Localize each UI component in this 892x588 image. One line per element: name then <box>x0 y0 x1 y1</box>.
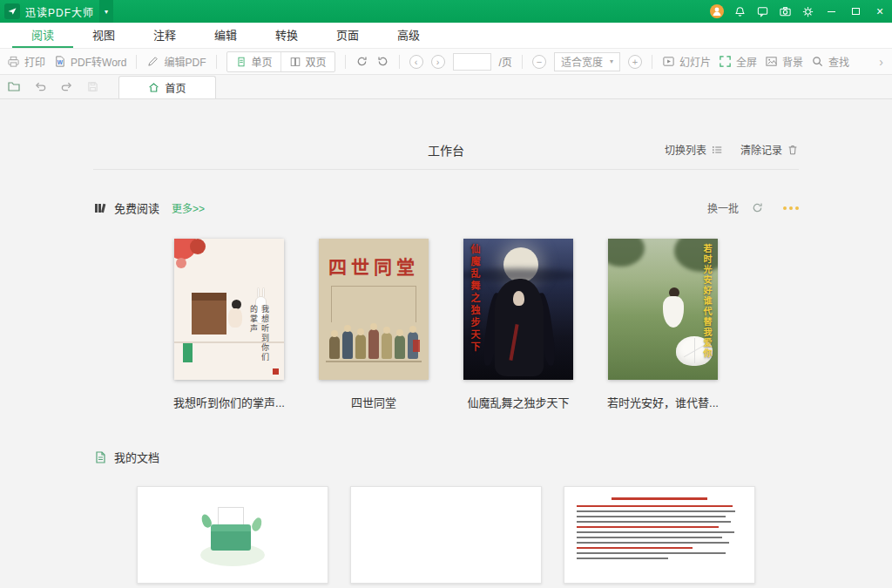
redo-button[interactable] <box>57 80 75 93</box>
print-label: 打印 <box>24 54 45 69</box>
document-thumbnail[interactable] <box>350 486 542 584</box>
home-tab-label: 首页 <box>165 80 186 95</box>
my-documents-list <box>93 486 799 584</box>
background-button[interactable]: 背景 <box>765 54 803 69</box>
clear-records-button[interactable]: 清除记录 <box>740 142 799 157</box>
page-number-input[interactable] <box>453 53 491 71</box>
document-thumbnail[interactable] <box>564 486 755 584</box>
pdf-to-word-button[interactable]: W PDF转Word <box>53 54 126 69</box>
zoom-in-button[interactable]: + <box>628 55 642 69</box>
save-button[interactable] <box>84 80 101 93</box>
cover-art-house <box>331 286 416 322</box>
cover-title-vertical: 我想听到你们的掌声 <box>247 305 270 369</box>
slideshow-button[interactable]: 幻灯片 <box>662 54 711 69</box>
book-cover[interactable]: 四世同堂 <box>319 239 429 380</box>
book-item[interactable]: 若时光安好谁代替我爱你 若时光安好，谁代替... <box>608 239 718 410</box>
cover-art-flower <box>190 239 206 254</box>
free-reading-books: 我想听到你们的掌声 我想听到你们的掌声... 四世同堂 四世同堂 <box>93 239 799 410</box>
app-menu-caret[interactable]: ▾ <box>99 0 113 23</box>
change-batch-button[interactable]: 换一批 <box>707 200 739 215</box>
find-button[interactable]: 查找 <box>811 54 849 69</box>
ribbon-tabs: 阅读 视图 注释 编辑 转换 页面 高级 <box>0 23 892 49</box>
more-link[interactable]: 更多>> <box>172 200 205 215</box>
rotate-right-button[interactable] <box>355 55 368 68</box>
tab-view[interactable]: 视图 <box>73 23 134 48</box>
toolbar-overflow-button[interactable]: › <box>877 55 885 69</box>
tab-page[interactable]: 页面 <box>317 23 378 48</box>
tab-convert[interactable]: 转换 <box>256 23 317 48</box>
rotate-left-icon <box>376 55 389 68</box>
cover-title-vertical: 若时光安好谁代替我爱你 <box>700 244 713 359</box>
cover-art-tree <box>608 239 645 267</box>
free-reading-title: 免费阅读 <box>114 199 159 216</box>
double-page-button[interactable]: 双页 <box>280 52 334 71</box>
tab-home[interactable]: 首页 <box>118 76 216 98</box>
tab-edit[interactable]: 编辑 <box>195 23 256 48</box>
pdf-to-word-icon: W <box>53 55 66 68</box>
workbench-page: 工作台 切换列表 清除记录 免费阅读 更多>> <box>0 99 892 588</box>
page-view-group: 单页 双页 <box>226 51 335 72</box>
book-cover[interactable]: 若时光安好谁代替我爱你 <box>608 239 718 380</box>
fullscreen-label: 全屏 <box>736 54 757 69</box>
document-illustration <box>193 504 272 568</box>
background-icon <box>765 55 778 68</box>
tab-annotate[interactable]: 注释 <box>134 23 195 48</box>
minimize-button[interactable] <box>819 0 843 23</box>
trash-icon <box>787 144 799 156</box>
toolbar-separator <box>399 55 400 69</box>
print-button[interactable]: 打印 <box>7 54 45 69</box>
fullscreen-button[interactable]: 全屏 <box>719 54 757 69</box>
toolbar-separator <box>136 55 137 69</box>
search-icon <box>811 55 824 68</box>
book-item[interactable]: 四世同堂 四世同堂 <box>319 239 429 410</box>
illustration-leaf <box>250 517 263 533</box>
single-page-button[interactable]: 单页 <box>227 52 280 71</box>
tab-read[interactable]: 阅读 <box>12 23 73 48</box>
camera-icon <box>779 5 792 18</box>
free-reading-header: 免费阅读 更多>> 换一批 <box>93 199 799 216</box>
edit-pdf-button[interactable]: 编辑PDF <box>146 54 206 69</box>
undo-button[interactable] <box>31 80 49 93</box>
book-item[interactable]: 我想听到你们的掌声 我想听到你们的掌声... <box>174 239 284 410</box>
slideshow-label: 幻灯片 <box>679 54 711 69</box>
document-thumbnail[interactable] <box>137 486 328 584</box>
more-options-button[interactable] <box>783 206 799 210</box>
book-item[interactable]: 仙魔乱舞之独步天下 仙魔乱舞之独步天下 <box>463 239 573 410</box>
toolbar-separator <box>652 55 652 69</box>
rotate-left-button[interactable] <box>376 55 389 68</box>
close-icon: × <box>876 5 883 17</box>
book-cover[interactable]: 仙魔乱舞之独步天下 <box>463 239 573 380</box>
feedback-button[interactable] <box>751 0 774 23</box>
zoom-mode-select[interactable]: 适合宽度 ▾ <box>554 52 620 71</box>
undo-icon <box>34 80 47 93</box>
notifications-button[interactable] <box>728 0 751 23</box>
cover-title-line: 谁代替我爱你 <box>702 296 712 359</box>
switch-list-label: 切换列表 <box>665 142 706 157</box>
quick-actions <box>0 74 106 98</box>
book-title: 四世同堂 <box>351 394 396 410</box>
rotate-right-icon <box>355 55 368 68</box>
free-reading-actions: 换一批 <box>707 200 799 215</box>
redo-icon <box>60 80 73 93</box>
open-file-button[interactable] <box>5 79 23 93</box>
account-button[interactable] <box>706 0 728 23</box>
tab-advanced[interactable]: 高级 <box>378 23 439 48</box>
cover-art-figure <box>228 308 242 328</box>
next-page-button[interactable]: › <box>431 55 445 69</box>
avatar-icon <box>710 4 724 18</box>
bell-icon <box>733 5 747 18</box>
zoom-out-button[interactable]: − <box>532 55 546 69</box>
maximize-button[interactable] <box>843 0 868 23</box>
save-icon <box>86 80 99 93</box>
settings-button[interactable] <box>796 0 819 23</box>
cover-art-seal <box>413 340 420 352</box>
close-button[interactable]: × <box>868 0 892 23</box>
single-page-icon <box>235 56 247 68</box>
prev-page-button[interactable]: ‹ <box>409 55 423 69</box>
screenshot-button[interactable] <box>774 0 796 23</box>
book-cover[interactable]: 我想听到你们的掌声 <box>174 239 284 380</box>
switch-list-button[interactable]: 切换列表 <box>665 142 723 157</box>
pdf-to-word-label: PDF转Word <box>71 54 126 69</box>
refresh-icon[interactable] <box>751 201 764 214</box>
cover-art-piano <box>192 293 226 335</box>
